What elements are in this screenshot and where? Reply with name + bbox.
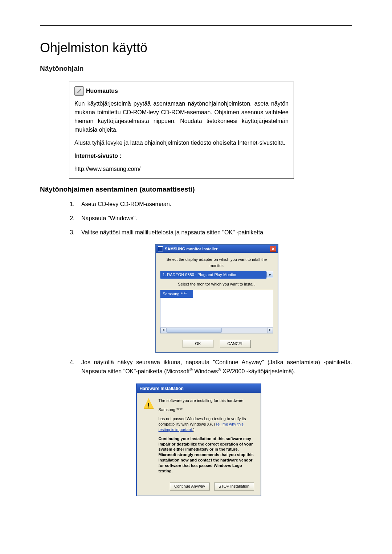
- dialog-title-text: SAMSUNG monitor installer: [165, 246, 217, 252]
- note-icon: [74, 86, 84, 96]
- dialog-button-row: Continue Anyway STOP Installation: [137, 483, 261, 496]
- samsung-installer-dialog: SAMSUNG monitor installer ✕ Select the d…: [155, 244, 278, 353]
- note-header: Huomautus: [74, 86, 289, 96]
- hw-line-1: The software you are installing for this…: [159, 398, 254, 403]
- note-box: Huomautus Kun käyttöjärjestelmä pyytää a…: [69, 82, 294, 179]
- dialog-body: The software you are installing for this…: [137, 393, 261, 482]
- step-2-text: Napsauta "Windows".: [81, 215, 137, 221]
- hw-warning-bold: Continuing your installation of this sof…: [159, 436, 254, 474]
- cancel-button-label: CANCEL: [227, 341, 244, 347]
- document-page: Ohjelmiston käyttö Näytönohjain Huomautu…: [0, 0, 392, 554]
- dialog-app-icon: [158, 246, 163, 251]
- dialog-message: The software you are installing for this…: [159, 398, 254, 477]
- ok-button[interactable]: OK: [183, 340, 213, 348]
- ok-button-label: OK: [195, 341, 201, 347]
- note-title: Huomautus: [86, 87, 118, 95]
- bottom-rule: [40, 532, 352, 532]
- chevron-down-icon[interactable]: ▼: [266, 272, 273, 278]
- install-steps: Aseta CD-levy CD-ROM-asemaan. Napsauta "…: [76, 200, 352, 496]
- warning-icon: [143, 398, 154, 409]
- step-4-text: Jos näytöllä näkyy seuraava ikkuna, naps…: [81, 358, 352, 377]
- note-paragraph-1: Kun käyttöjärjestelmä pyytää asentamaan …: [74, 99, 289, 134]
- hardware-installation-dialog: Hardware Installation The software you a…: [136, 383, 261, 496]
- section-heading-driver: Näytönohjain: [40, 65, 352, 73]
- internet-site-label: Internet-sivusto :: [74, 153, 122, 159]
- registered-mark: ®: [190, 368, 193, 372]
- step-1-text: Aseta CD-levy CD-ROM-asemaan.: [81, 201, 171, 207]
- hw-line-3: has not passed Windows Logo testing to v…: [159, 416, 254, 432]
- scroll-thumb[interactable]: [166, 328, 222, 333]
- scroll-left-icon[interactable]: ◄: [160, 328, 166, 333]
- monitor-list-item[interactable]: Samsung ****: [160, 290, 193, 298]
- adapter-selected: 1. RADEON 9550 : Plug and Play Monitor: [160, 271, 266, 279]
- horizontal-scrollbar[interactable]: ◄ ►: [160, 327, 273, 333]
- step-4: Jos näytöllä näkyy seuraava ikkuna, naps…: [76, 358, 352, 496]
- adapter-combobox[interactable]: 1. RADEON 9550 : Plug and Play Monitor ▼: [160, 271, 273, 278]
- continue-anyway-button[interactable]: Continue Anyway: [170, 483, 210, 491]
- dialog-button-row: OK CANCEL: [160, 340, 273, 348]
- close-icon[interactable]: ✕: [270, 246, 276, 252]
- scroll-track[interactable]: [166, 328, 267, 333]
- step-3: Valitse näyttösi malli malliluettelosta …: [76, 228, 352, 353]
- adapter-prompt: Select the display adapter on which you …: [160, 257, 273, 269]
- section-heading-install-auto: Näytönohjaimen asentaminen (automaattise…: [40, 185, 352, 193]
- dialog-title-text: Hardware Installation: [140, 385, 184, 392]
- dialog-titlebar: Hardware Installation: [137, 384, 261, 393]
- page-title: Ohjelmiston käyttö: [40, 40, 352, 56]
- note-site-line: Internet-sivusto :: [74, 152, 289, 160]
- monitor-listbox[interactable]: Samsung **** ◄ ►: [160, 290, 273, 333]
- stop-installation-button[interactable]: STOP Installation: [214, 483, 254, 491]
- step-2: Napsauta "Windows".: [76, 214, 352, 223]
- monitor-prompt: Select the monitor which you want to ins…: [160, 281, 273, 287]
- hw-line-2: Samsung ****: [159, 407, 254, 413]
- dialog-titlebar: SAMSUNG monitor installer ✕: [156, 245, 278, 253]
- note-url: http://www.samsung.com/: [74, 165, 289, 173]
- cancel-button[interactable]: CANCEL: [220, 340, 251, 348]
- note-paragraph-2: Alusta tyhjä levyke ja lataa ohjainohjel…: [74, 139, 289, 147]
- scroll-right-icon[interactable]: ►: [267, 328, 273, 333]
- top-rule: [40, 25, 352, 26]
- step-1: Aseta CD-levy CD-ROM-asemaan.: [76, 200, 352, 209]
- step-3-text: Valitse näyttösi malli malliluettelosta …: [81, 229, 265, 235]
- dialog-body: Select the display adapter on which you …: [156, 253, 278, 352]
